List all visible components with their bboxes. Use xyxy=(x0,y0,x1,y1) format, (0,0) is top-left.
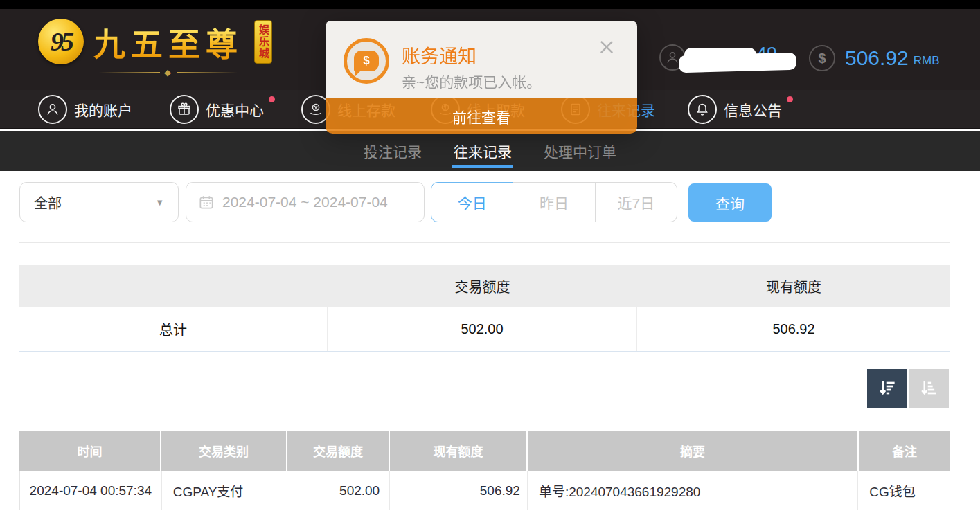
section-divider xyxy=(19,242,950,243)
cell-summary: 单号:202407043661929280 xyxy=(528,471,858,510)
close-icon[interactable] xyxy=(597,37,616,57)
col-header-time: 时间 xyxy=(19,431,161,471)
nav-label: 信息公告 xyxy=(724,99,782,120)
tab-label: 投注记录 xyxy=(364,141,422,161)
username-redacted: 49 xyxy=(690,45,792,70)
logo-95-icon: 95 xyxy=(38,19,84,64)
logo-flourish-ornament: ◆ xyxy=(93,67,243,78)
query-button[interactable]: 查询 xyxy=(688,183,772,222)
notification-message: 亲~您的款项已入帐。 xyxy=(402,71,541,91)
gift-icon xyxy=(170,95,199,124)
sort-ascending-button[interactable] xyxy=(909,369,949,408)
records-tabs: 投注记录 往来记录 处理中订单 xyxy=(0,131,980,171)
cell-remark: CG钱包 xyxy=(858,471,950,510)
tab-processing-orders[interactable]: 处理中订单 xyxy=(544,131,616,171)
tab-label: 处理中订单 xyxy=(544,141,616,161)
notification-title: 账务通知 xyxy=(402,42,476,69)
date-range-input[interactable]: 2024-07-04 ~ 2024-07-04 xyxy=(186,182,425,222)
account-notice-icon: $ xyxy=(344,38,389,84)
tab-transaction-records[interactable]: 往来记录 xyxy=(454,131,512,171)
nav-item-promotions[interactable]: 优惠中心 xyxy=(170,90,264,128)
notification-card: $ 账务通知 亲~您的款项已入帐。 xyxy=(326,21,637,98)
last7days-button[interactable]: 近7日 xyxy=(596,182,677,222)
summary-table-header: 交易额度 现有额度 xyxy=(19,265,950,307)
top-black-strip xyxy=(0,0,980,9)
notification-dot xyxy=(787,96,793,102)
button-label: 今日 xyxy=(458,192,487,213)
records-table: 时间 交易类别 交易额度 现有额度 摘要 备注 2024-07-04 00:57… xyxy=(19,431,950,510)
site-logo[interactable]: 95 九五至尊 娱乐城 ◆ xyxy=(38,19,272,78)
summary-header-cell: 交易额度 xyxy=(328,276,637,296)
chevron-down-icon: ▼ xyxy=(155,197,164,208)
col-header-transaction-amount: 交易额度 xyxy=(287,431,390,471)
col-header-remark: 备注 xyxy=(859,431,950,471)
logo-title: 九五至尊 xyxy=(93,19,243,64)
summary-total-row: 总计 502.00 506.92 xyxy=(19,307,950,352)
balance-currency: RMB xyxy=(914,54,940,68)
nav-item-my-account[interactable]: 我的账户 xyxy=(38,90,132,128)
cell-transaction-amount: 502.00 xyxy=(287,471,390,510)
type-select[interactable]: 全部 ▼ xyxy=(19,182,179,222)
dollar-circle-icon: $ xyxy=(809,45,835,71)
summary-cell-label: 总计 xyxy=(19,307,328,351)
bell-icon xyxy=(688,95,717,124)
money-chat-bubble-icon: $ xyxy=(354,51,379,71)
records-table-header: 时间 交易类别 交易额度 现有额度 摘要 备注 xyxy=(19,431,950,471)
date-range-value: 2024-07-04 ~ 2024-07-04 xyxy=(222,194,388,210)
active-tab-underline xyxy=(452,165,513,168)
button-label: 昨日 xyxy=(540,192,569,213)
today-button[interactable]: 今日 xyxy=(431,182,513,222)
notification-popup: $ 账务通知 亲~您的款项已入帐。 前往查看 xyxy=(326,21,637,134)
notification-dot xyxy=(269,96,275,102)
go-to-view-button[interactable]: 前往查看 xyxy=(326,98,637,134)
yesterday-button[interactable]: 昨日 xyxy=(513,182,595,222)
redaction-blob xyxy=(684,48,756,69)
button-label: 近7日 xyxy=(617,192,654,213)
sort-descending-icon xyxy=(877,378,898,399)
summary-table: 交易额度 现有额度 总计 502.00 506.92 xyxy=(19,265,950,352)
summary-header-cell: 现有额度 xyxy=(637,276,950,296)
nav-item-announcements[interactable]: 信息公告 xyxy=(688,90,782,128)
balance-amount: 506.92 xyxy=(845,46,909,70)
balance-display[interactable]: $ 506.92 RMB xyxy=(809,44,940,72)
cell-current-balance: 506.92 xyxy=(390,471,528,510)
tab-bet-records[interactable]: 投注记录 xyxy=(364,131,422,171)
table-row: 2024-07-04 00:57:34 CGPAY支付 502.00 506.9… xyxy=(19,471,950,510)
col-header-summary: 摘要 xyxy=(528,431,859,471)
col-header-current-balance: 现有额度 xyxy=(390,431,528,471)
type-select-value: 全部 xyxy=(34,192,155,213)
logo-subtitle-badge: 娱乐城 xyxy=(254,20,273,64)
col-header-transaction-type: 交易类别 xyxy=(161,431,287,471)
nav-label: 优惠中心 xyxy=(206,99,264,120)
cell-time: 2024-07-04 00:57:34 xyxy=(20,471,162,510)
summary-cell-current-balance: 506.92 xyxy=(637,307,950,351)
calendar-icon xyxy=(197,193,215,211)
quick-date-buttons: 今日 昨日 近7日 xyxy=(431,182,677,222)
summary-cell-transaction-amount: 502.00 xyxy=(328,307,637,351)
user-account[interactable]: 49 xyxy=(659,44,792,71)
page: 95 九五至尊 娱乐城 ◆ 49 $ xyxy=(0,0,980,531)
sort-ascending-icon xyxy=(918,378,939,399)
sort-descending-button[interactable] xyxy=(867,369,907,408)
nav-label: 我的账户 xyxy=(74,99,132,120)
user-icon xyxy=(38,95,67,124)
cell-transaction-type: CGPAY支付 xyxy=(162,471,288,510)
tab-label: 往来记录 xyxy=(454,141,512,161)
